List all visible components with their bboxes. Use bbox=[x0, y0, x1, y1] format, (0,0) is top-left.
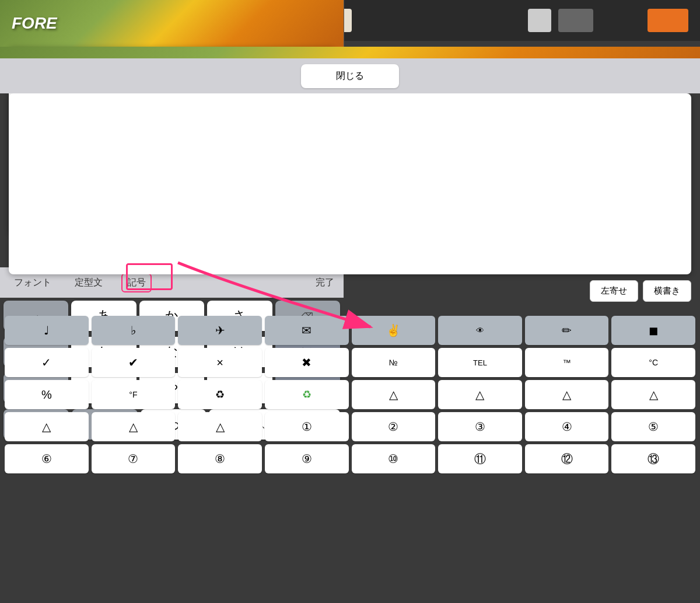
sym-tri5[interactable]: △ bbox=[5, 412, 89, 441]
sym-note[interactable]: ♩ bbox=[5, 316, 89, 345]
sym-recycle1[interactable]: ♻ bbox=[178, 380, 262, 409]
sym-tri6[interactable]: △ bbox=[92, 412, 176, 441]
sym-num8[interactable]: ⑧ bbox=[178, 444, 262, 473]
symbol-keys-grid: ♩ ♭ ✈ ✉ ✌ 👁 ✏ ◼ ✓ ✔ × ✖ № TEL ™ °C % °F … bbox=[0, 312, 700, 319]
sym-tri2[interactable]: △ bbox=[438, 380, 522, 409]
sym-tel[interactable]: TEL bbox=[438, 348, 522, 377]
right-align-button[interactable]: 左寄せ bbox=[590, 280, 638, 302]
sym-num4[interactable]: ④ bbox=[525, 412, 609, 441]
sym-tri1[interactable]: △ bbox=[352, 380, 436, 409]
sym-tri4[interactable]: △ bbox=[611, 380, 695, 409]
sym-x2[interactable]: ✖ bbox=[265, 348, 349, 377]
sym-num3[interactable]: ③ bbox=[438, 412, 522, 441]
sym-square[interactable]: ◼ bbox=[611, 316, 695, 345]
swatch-gray2[interactable] bbox=[558, 9, 593, 32]
right-writing-button[interactable]: 横書き bbox=[643, 280, 691, 302]
swatch-orange[interactable] bbox=[648, 9, 688, 32]
sym-peace[interactable]: ✌ bbox=[352, 316, 436, 345]
close-button[interactable]: 閉じる bbox=[301, 64, 399, 88]
sym-flat[interactable]: ♭ bbox=[92, 316, 176, 345]
sym-mail[interactable]: ✉ bbox=[265, 316, 349, 345]
symbol-close-bar: 閉じる bbox=[0, 58, 700, 93]
sym-celsius[interactable]: °C bbox=[611, 348, 695, 377]
sym-num7[interactable]: ⑦ bbox=[92, 444, 176, 473]
sym-check2[interactable]: ✔ bbox=[92, 348, 176, 377]
left-image-label: FORE bbox=[12, 14, 57, 33]
sym-tri7[interactable]: △ bbox=[178, 412, 262, 441]
left-panel: FORE 左寄せ 横書き フォント 定型文 記号 完了 → あ か さ ⌫ ↺ … bbox=[0, 0, 344, 47]
left-image-strip: FORE bbox=[0, 0, 344, 47]
sym-num13[interactable]: ⑬ bbox=[611, 444, 695, 473]
sym-num2[interactable]: ② bbox=[352, 412, 436, 441]
swatch-gray1[interactable] bbox=[528, 9, 551, 32]
sym-check1[interactable]: ✓ bbox=[5, 348, 89, 377]
sym-percent[interactable]: % bbox=[5, 380, 89, 409]
sym-no[interactable]: № bbox=[352, 348, 436, 377]
sym-recycle2[interactable]: ♻ bbox=[265, 380, 349, 409]
right-text-box[interactable] bbox=[9, 93, 691, 274]
right-panel: FORE 左寄せ 横書き ♩ ♭ ✈ ✉ ✌ 👁 ✏ ◼ ✓ ✔ × ✖ № bbox=[0, 47, 700, 93]
sym-eye[interactable]: 👁 bbox=[438, 316, 522, 345]
right-text-toolbar: 左寄せ 横書き bbox=[9, 280, 691, 302]
sym-tri3[interactable]: △ bbox=[525, 380, 609, 409]
sym-num5[interactable]: ⑤ bbox=[611, 412, 695, 441]
sym-num10[interactable]: ⑩ bbox=[352, 444, 436, 473]
sym-fahrenheit[interactable]: °F bbox=[92, 380, 176, 409]
sym-num1[interactable]: ① bbox=[265, 412, 349, 441]
sym-num11[interactable]: ⑪ bbox=[438, 444, 522, 473]
sym-num9[interactable]: ⑨ bbox=[265, 444, 349, 473]
sym-tm[interactable]: ™ bbox=[525, 348, 609, 377]
sym-pen[interactable]: ✏ bbox=[525, 316, 609, 345]
sym-num12[interactable]: ⑫ bbox=[525, 444, 609, 473]
sym-x1[interactable]: × bbox=[178, 348, 262, 377]
sym-num6[interactable]: ⑥ bbox=[5, 444, 89, 473]
sym-plane[interactable]: ✈ bbox=[178, 316, 262, 345]
